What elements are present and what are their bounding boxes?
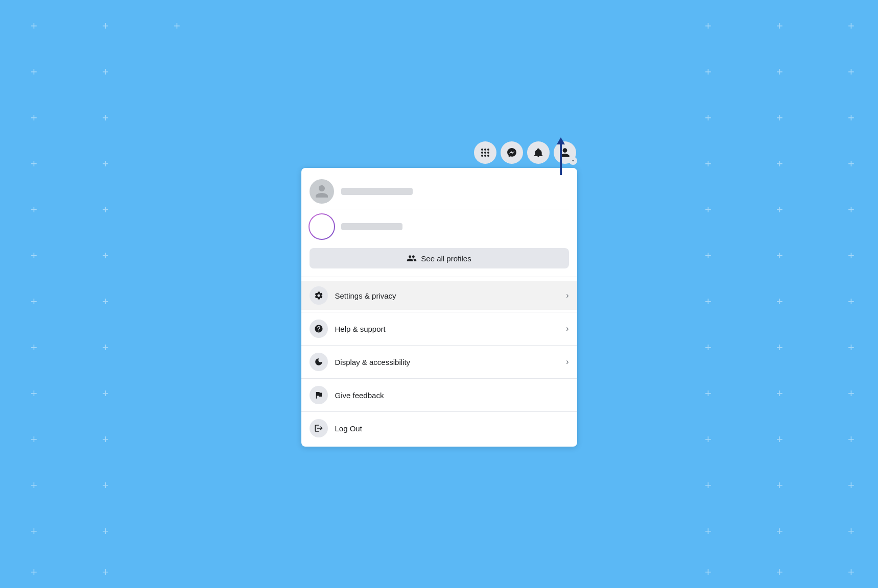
give-feedback-label: Give feedback: [335, 391, 569, 400]
display-icon-container: [310, 353, 328, 371]
divider-2: [301, 345, 577, 346]
svg-point-1: [484, 149, 486, 151]
settings-privacy-label: Settings & privacy: [335, 291, 559, 300]
svg-point-7: [484, 155, 486, 157]
help-support-item[interactable]: Help & support ›: [301, 314, 577, 343]
navbar: [301, 141, 577, 164]
arrow-shaft: [560, 144, 562, 175]
profile-avatar-1: [310, 179, 334, 204]
dropdown-panel: D See all profiles: [301, 168, 577, 447]
grid-icon: [480, 148, 490, 158]
see-all-label: See all profiles: [421, 254, 471, 263]
arrow-head: [557, 137, 565, 144]
account-button-wrapper: [554, 141, 576, 164]
svg-point-8: [487, 155, 489, 157]
help-support-label: Help & support: [335, 325, 559, 333]
see-all-profiles-button[interactable]: See all profiles: [310, 248, 569, 268]
logout-label: Log Out: [335, 424, 569, 433]
question-icon: [314, 324, 323, 333]
give-feedback-item[interactable]: Give feedback: [301, 381, 577, 409]
bell-icon: [533, 148, 543, 158]
profile-row-1[interactable]: [310, 174, 569, 209]
arrow-indicator: [557, 137, 565, 175]
logout-item[interactable]: Log Out: [301, 414, 577, 443]
logout-icon-container: [310, 419, 328, 437]
profile-name-2: [341, 223, 402, 230]
svg-point-3: [481, 152, 483, 154]
display-accessibility-label: Display & accessibility: [335, 358, 559, 366]
feedback-icon-container: [310, 386, 328, 404]
messenger-button[interactable]: [501, 141, 523, 164]
svg-point-4: [484, 152, 486, 154]
main-container: D See all profiles: [301, 141, 577, 447]
person-icon-1: [314, 184, 329, 199]
people-icon: [407, 253, 417, 263]
settings-chevron: ›: [566, 291, 568, 300]
caret-icon: [571, 159, 575, 163]
profiles-section: D See all profiles: [301, 168, 577, 277]
caret-down-indicator: [569, 157, 577, 165]
menu-section: Settings & privacy › Help & support ›: [301, 277, 577, 447]
svg-point-2: [487, 149, 489, 151]
divider-3: [301, 378, 577, 379]
settings-icon-container: [310, 286, 328, 305]
display-accessibility-item[interactable]: Display & accessibility ›: [301, 348, 577, 376]
flag-icon: [314, 390, 323, 400]
divider-4: [301, 411, 577, 412]
story-avatar-inner: D: [312, 217, 331, 236]
notifications-button[interactable]: [527, 141, 550, 164]
svg-point-6: [481, 155, 483, 157]
help-icon-container: [310, 320, 328, 338]
grid-button[interactable]: [474, 141, 496, 164]
logout-icon: [314, 424, 323, 433]
story-ring: D: [310, 214, 334, 239]
svg-point-5: [487, 152, 489, 154]
messenger-icon: [507, 148, 517, 158]
display-chevron: ›: [566, 357, 568, 366]
profile-avatar-2: D: [310, 214, 334, 239]
profile-name-1: [341, 188, 413, 195]
moon-icon: [314, 357, 323, 366]
gear-icon: [314, 291, 323, 300]
help-chevron: ›: [566, 324, 568, 333]
divider-1: [301, 312, 577, 312]
settings-privacy-item[interactable]: Settings & privacy ›: [301, 281, 577, 310]
profile-row-2[interactable]: D: [310, 209, 569, 244]
svg-point-0: [481, 149, 483, 151]
